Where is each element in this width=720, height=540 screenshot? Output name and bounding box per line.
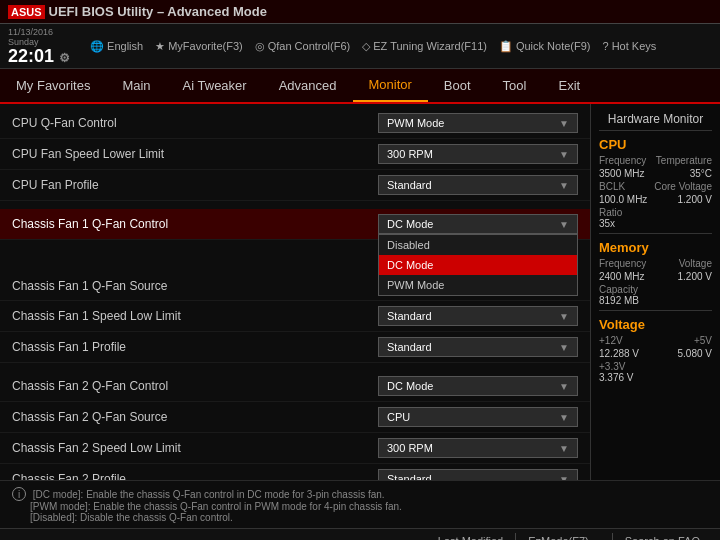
hw-voltage-12v-5v-labels: +12V +5V	[599, 335, 712, 346]
note-icon: 📋	[499, 40, 513, 53]
nav-tool[interactable]: Tool	[487, 70, 543, 101]
cpu-fan-speed-label: CPU Fan Speed Lower Limit	[12, 147, 378, 161]
chevron-down-icon: ▼	[559, 381, 569, 392]
last-modified-button[interactable]: Last Modified	[426, 533, 515, 540]
nav-bar-wrapper: My Favorites Main Ai Tweaker Advanced Mo…	[0, 69, 720, 104]
qfan-control-button[interactable]: ◎ Qfan Control(F6)	[255, 40, 351, 53]
key-icon: ?	[603, 40, 609, 52]
chassis-fan2-qfan-select[interactable]: DC Mode ▼	[378, 376, 578, 396]
chassis-fan2-source-select[interactable]: CPU ▼	[378, 407, 578, 427]
chassis-fan1-dropdown-menu: Disabled DC Mode PWM Mode	[378, 234, 578, 296]
quick-note-button[interactable]: 📋 Quick Note(F9)	[499, 40, 591, 53]
search-faq-button[interactable]: Search on FAQ	[612, 533, 712, 540]
chassis-fan2-source-label: Chassis Fan 2 Q-Fan Source	[12, 410, 378, 424]
status-bar: Last Modified EzMode(F7)→ Search on FAQ	[0, 528, 720, 540]
hw-divider-1	[599, 233, 712, 234]
nav-exit[interactable]: Exit	[542, 70, 596, 101]
spacer-1	[0, 201, 590, 209]
info-icon: i	[12, 487, 26, 501]
hot-keys-button[interactable]: ? Hot Keys	[603, 40, 657, 52]
app-title: UEFI BIOS Utility – Advanced Mode	[49, 4, 267, 19]
chassis-fan1-profile-row: Chassis Fan 1 Profile Standard ▼	[0, 332, 590, 363]
chevron-down-icon: ▼	[559, 219, 569, 230]
chassis-fan2-speed-label: Chassis Fan 2 Speed Low Limit	[12, 441, 378, 455]
nav-monitor[interactable]: Monitor	[353, 69, 428, 102]
chassis-fan2-qfan-control-row: Chassis Fan 2 Q-Fan Control DC Mode ▼	[0, 371, 590, 402]
language-select[interactable]: 🌐 English	[90, 40, 143, 53]
hw-capacity-value: 8192 MB	[599, 295, 712, 306]
bottom-info: i [DC mode]: Enable the chassis Q-Fan co…	[0, 480, 720, 528]
hw-mem-freq-voltage-values: 2400 MHz 1.200 V	[599, 271, 712, 282]
hw-cpu-bclk-cv-values: 100.0 MHz 1.200 V	[599, 194, 712, 205]
chassis-fan1-speed-select[interactable]: Standard ▼	[378, 306, 578, 326]
chassis-fan1-qfan-label: Chassis Fan 1 Q-Fan Control	[12, 217, 378, 231]
hw-cpu-freq-temp-values: 3500 MHz 35°C	[599, 168, 712, 179]
settings-icon[interactable]: ⚙	[59, 51, 70, 65]
hw-5v-value: 5.080 V	[678, 348, 712, 359]
nav-main[interactable]: Main	[106, 70, 166, 101]
chassis-fan1-profile-label: Chassis Fan 1 Profile	[12, 340, 378, 354]
chassis-fan1-speed-low-limit-row: Chassis Fan 1 Speed Low Limit Standard ▼	[0, 301, 590, 332]
chevron-down-icon: ▼	[559, 443, 569, 454]
main-content: CPU Q-Fan Control PWM Mode ▼ CPU Fan Spe…	[0, 104, 720, 480]
info-line-2: [PWM mode]: Enable the chassis Q-Fan con…	[12, 501, 402, 512]
ez-tuning-button[interactable]: ◇ EZ Tuning Wizard(F11)	[362, 40, 487, 53]
nav-advanced[interactable]: Advanced	[263, 70, 353, 101]
chevron-down-icon: ▼	[559, 149, 569, 160]
chassis-fan1-qfan-select[interactable]: DC Mode ▼	[378, 214, 578, 234]
hw-12v-label: +12V	[599, 335, 623, 346]
hw-mem-voltage-label: Voltage	[679, 258, 712, 269]
info-line-1: i [DC mode]: Enable the chassis Q-Fan co…	[12, 487, 385, 501]
chassis-fan1-qfan-control-row: Chassis Fan 1 Q-Fan Control DC Mode ▼ Di…	[0, 209, 590, 240]
ez-mode-button[interactable]: EzMode(F7)→	[515, 533, 612, 540]
chassis-fan2-profile-select[interactable]: Standard ▼	[378, 469, 578, 480]
cpu-fan-profile-label: CPU Fan Profile	[12, 178, 378, 192]
hw-voltage-12v-5v-values: 12.288 V 5.080 V	[599, 348, 712, 359]
hw-ratio-value: 35x	[599, 218, 712, 229]
hw-monitor-title: Hardware Monitor	[599, 108, 712, 131]
chevron-down-icon: ▼	[559, 342, 569, 353]
star-icon: ★	[155, 40, 165, 53]
my-favorite-button[interactable]: ★ MyFavorite(F3)	[155, 40, 243, 53]
cpu-fan-profile-select[interactable]: Standard ▼	[378, 175, 578, 195]
hw-core-voltage-label: Core Voltage	[654, 181, 712, 192]
nav-ai-tweaker[interactable]: Ai Tweaker	[167, 70, 263, 101]
hw-cpu-temp-value: 35°C	[690, 168, 712, 179]
hw-mem-freq-value: 2400 MHz	[599, 271, 645, 282]
cpu-qfan-control-row: CPU Q-Fan Control PWM Mode ▼	[0, 108, 590, 139]
dropdown-option-disabled[interactable]: Disabled	[379, 235, 577, 255]
left-panel: CPU Q-Fan Control PWM Mode ▼ CPU Fan Spe…	[0, 104, 590, 480]
hw-cpu-temp-label: Temperature	[656, 155, 712, 166]
nav-my-favorites[interactable]: My Favorites	[0, 70, 106, 101]
hw-bclk-label: BCLK	[599, 181, 625, 192]
hw-core-voltage-value: 1.200 V	[678, 194, 712, 205]
chevron-down-icon: ▼	[559, 118, 569, 129]
cpu-fan-speed-select[interactable]: 300 RPM ▼	[378, 144, 578, 164]
chassis-fan1-source-label: Chassis Fan 1 Q-Fan Source	[12, 279, 378, 293]
chevron-down-icon: ▼	[559, 474, 569, 481]
hw-ratio-label: Ratio	[599, 207, 712, 218]
hw-voltage-title: Voltage	[599, 317, 712, 332]
hw-monitor-panel: Hardware Monitor CPU Frequency Temperatu…	[590, 104, 720, 480]
clock-display: 22:01 ⚙	[8, 47, 70, 65]
chassis-fan1-profile-select[interactable]: Standard ▼	[378, 337, 578, 357]
chassis-fan2-speed-select[interactable]: 300 RPM ▼	[378, 438, 578, 458]
chevron-down-icon: ▼	[559, 180, 569, 191]
chassis-fan2-profile-label: Chassis Fan 2 Profile	[12, 472, 378, 480]
asus-logo: ASUS	[8, 5, 45, 19]
hw-cpu-freq-temp-labels: Frequency Temperature	[599, 155, 712, 166]
chassis-fan2-speed-low-limit-row: Chassis Fan 2 Speed Low Limit 300 RPM ▼	[0, 433, 590, 464]
logo: ASUS UEFI BIOS Utility – Advanced Mode	[8, 4, 267, 19]
hw-cpu-bclk-cv-labels: BCLK Core Voltage	[599, 181, 712, 192]
cpu-qfan-select[interactable]: PWM Mode ▼	[378, 113, 578, 133]
nav-boot[interactable]: Boot	[428, 70, 487, 101]
dropdown-option-pwm-mode[interactable]: PWM Mode	[379, 275, 577, 295]
dropdown-option-dc-mode[interactable]: DC Mode	[379, 255, 577, 275]
cpu-fan-speed-lower-limit-row: CPU Fan Speed Lower Limit 300 RPM ▼	[0, 139, 590, 170]
hw-cpu-title: CPU	[599, 137, 712, 152]
hw-bclk-value: 100.0 MHz	[599, 194, 647, 205]
hw-cpu-freq-label: Frequency	[599, 155, 646, 166]
cpu-fan-profile-row: CPU Fan Profile Standard ▼	[0, 170, 590, 201]
hw-5v-label: +5V	[694, 335, 712, 346]
top-bar: ASUS UEFI BIOS Utility – Advanced Mode	[0, 0, 720, 24]
